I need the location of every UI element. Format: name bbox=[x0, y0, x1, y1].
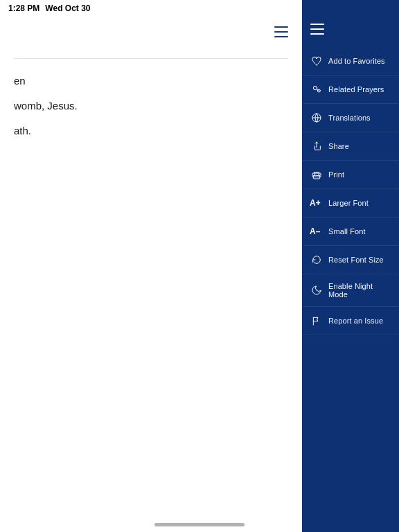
sidebar-hamburger-line-2 bbox=[310, 28, 324, 30]
text-line-1: en bbox=[14, 73, 288, 89]
content-area: en womb, Jesus. ath. bbox=[0, 47, 302, 532]
small-font-label: A– bbox=[310, 227, 323, 236]
menu-item-translations[interactable]: Translations bbox=[302, 104, 399, 132]
menu-item-share[interactable]: Share bbox=[302, 132, 399, 161]
menu-item-label-larger-font: Larger Font bbox=[328, 199, 369, 207]
menu-item-print[interactable]: Print bbox=[302, 161, 399, 189]
print-icon bbox=[310, 168, 323, 181]
menu-item-small-font[interactable]: A– Small Font bbox=[302, 218, 399, 246]
related-prayers-icon bbox=[310, 83, 323, 96]
menu-items-list: Add to Favorites Related Prayers Transla… bbox=[302, 47, 399, 532]
menu-item-label-related-prayers: Related Prayers bbox=[328, 85, 384, 94]
text-line-2: womb, Jesus. bbox=[14, 98, 288, 114]
content-divider bbox=[14, 58, 288, 59]
sidebar-hamburger-line-1 bbox=[310, 24, 324, 25]
svg-point-7 bbox=[319, 175, 319, 175]
larger-font-icon: A+ bbox=[310, 197, 323, 209]
menu-item-larger-font[interactable]: A+ Larger Font bbox=[302, 189, 399, 218]
menu-item-label-report-issue: Report an Issue bbox=[328, 317, 383, 325]
flag-icon bbox=[310, 314, 323, 327]
status-date: Wed Oct 30 bbox=[45, 3, 90, 13]
menu-button[interactable] bbox=[272, 21, 294, 43]
text-line-3: ath. bbox=[14, 123, 288, 139]
prayer-text: en womb, Jesus. ath. bbox=[14, 73, 288, 139]
globe-icon bbox=[310, 112, 323, 124]
menu-item-label-small-font: Small Font bbox=[328, 227, 366, 236]
menu-item-label-share: Share bbox=[328, 142, 349, 150]
toolbar bbox=[272, 17, 302, 47]
share-icon bbox=[310, 140, 323, 152]
hamburger-line-2 bbox=[274, 31, 288, 33]
status-time: 1:28 PM bbox=[8, 3, 39, 13]
reset-font-icon bbox=[310, 254, 323, 266]
menu-item-label-reset-font: Reset Font Size bbox=[328, 256, 384, 264]
svg-point-2 bbox=[313, 86, 317, 89]
sidebar-close-button[interactable] bbox=[310, 24, 324, 35]
menu-item-night-mode[interactable]: Enable Night Mode bbox=[302, 274, 399, 307]
larger-font-label: A+ bbox=[310, 198, 323, 208]
heart-icon bbox=[310, 55, 323, 67]
moon-icon bbox=[310, 284, 323, 296]
menu-item-label-add-favorites: Add to Favorites bbox=[328, 57, 385, 65]
sidebar-hamburger-line-3 bbox=[310, 33, 324, 35]
menu-item-label-print: Print bbox=[328, 170, 344, 179]
small-font-icon: A– bbox=[310, 225, 323, 238]
menu-item-label-night-mode: Enable Night Mode bbox=[328, 282, 391, 299]
menu-item-label-translations: Translations bbox=[328, 114, 371, 122]
menu-item-report-issue[interactable]: Report an Issue bbox=[302, 307, 399, 335]
sidebar-top-bar bbox=[302, 0, 399, 47]
menu-item-reset-font[interactable]: Reset Font Size bbox=[302, 246, 399, 274]
hamburger-line-3 bbox=[274, 36, 288, 37]
menu-item-add-favorites[interactable]: Add to Favorites bbox=[302, 47, 399, 76]
hamburger-line-1 bbox=[274, 26, 288, 28]
home-indicator bbox=[154, 523, 245, 526]
menu-item-related-prayers[interactable]: Related Prayers bbox=[302, 76, 399, 104]
sidebar-menu: Add to Favorites Related Prayers Transla… bbox=[302, 0, 399, 532]
